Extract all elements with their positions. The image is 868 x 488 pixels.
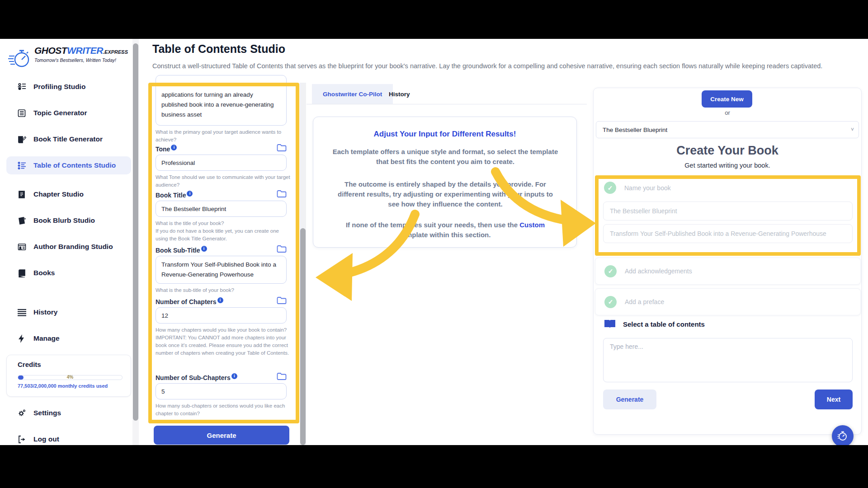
credits-usage-text: 77,503/2,000,000 monthly credits used: [18, 383, 108, 389]
screen: GHOSTWRITER.EXPRESS Tomorrow's Bestselle…: [0, 0, 868, 488]
toc-generate-button[interactable]: Generate: [603, 389, 656, 409]
sidebar-item-label: Author Branding Studio: [33, 243, 113, 251]
sidebar-item-chapter-studio[interactable]: Chapter Studio: [6, 185, 131, 203]
sidebar-item-label: Chapter Studio: [33, 190, 84, 198]
folder-icon[interactable]: [277, 245, 287, 253]
sidebar: GHOSTWRITER.EXPRESS Tomorrow's Bestselle…: [0, 39, 132, 445]
step-label: Add acknowledgements: [625, 267, 692, 275]
sidebar-item-table-of-contents-studio[interactable]: Table of Contents Studio: [6, 156, 131, 174]
name-your-book-step: ✓ Name your book: [604, 182, 671, 194]
number-of-chapters-help-text: How many chapters would you like your bo…: [156, 326, 292, 357]
folder-icon[interactable]: [277, 296, 287, 305]
sidebar-item-manage[interactable]: Manage: [6, 329, 131, 347]
sidebar-item-profiling-studio[interactable]: Profiling Studio: [6, 78, 131, 96]
number-of-chapters-input[interactable]: [156, 307, 287, 324]
sidebar-item-label: Log out: [33, 435, 59, 443]
next-button[interactable]: Next: [815, 389, 853, 409]
sidebar-item-label: Table of Contents Studio: [33, 161, 116, 169]
tone-input[interactable]: [156, 155, 287, 171]
blurb-icon: [17, 216, 26, 225]
sidebar-item-label: Topic Generator: [33, 109, 87, 117]
sidebar-item-book-title-generator[interactable]: Book Title Generator: [6, 130, 131, 148]
copilot-card-paragraph: Each template offers a unique style and …: [331, 147, 559, 167]
create-your-book-title: Create Your Book: [593, 144, 862, 158]
book-name-input[interactable]: [603, 202, 853, 221]
page-subtitle: Construct a well-structured Table of Con…: [152, 62, 858, 70]
logout-icon: [17, 435, 26, 444]
check-circle-icon: ✓: [604, 182, 616, 194]
book-pencil-icon: [17, 135, 26, 144]
assistant-float-button[interactable]: [832, 425, 854, 445]
number-of-sub-chapters-input[interactable]: [156, 383, 287, 399]
form-scrollbar-thumb[interactable]: [300, 228, 306, 445]
select-toc-label: Select a table of contents: [623, 320, 705, 328]
folder-icon[interactable]: [277, 372, 287, 380]
sidebar-item-label: Settings: [33, 409, 61, 417]
credits-card: Credits 4% 77,503/2,000,000 monthly cred…: [6, 355, 131, 397]
brand-name: GHOSTWRITER.EXPRESS: [34, 45, 128, 56]
tab-history[interactable]: History: [378, 84, 421, 104]
history-list-icon: [17, 308, 26, 317]
sidebar-item-author-branding-studio[interactable]: Author Branding Studio: [6, 238, 131, 256]
credits-percent: 4%: [18, 375, 122, 380]
info-icon[interactable]: i: [217, 297, 223, 303]
sidebar-item-label: History: [33, 308, 57, 316]
id-card-icon: [17, 242, 26, 251]
sidebar-item-label: Profiling Studio: [33, 83, 85, 91]
sidebar-item-history[interactable]: History: [6, 303, 131, 321]
check-circle-icon: ✓: [604, 265, 617, 277]
sidebar-item-settings[interactable]: Settings: [6, 404, 131, 422]
custom-template-link[interactable]: Custom: [519, 221, 545, 229]
field-label-number-of-chapters: Number of Chaptersi: [156, 297, 223, 305]
sidebar-scrollbar[interactable]: [132, 39, 139, 445]
create-your-book-subtitle: Get started writing your book.: [593, 162, 862, 169]
copilot-card-title: Adjust Your Input for Different Results!: [313, 130, 576, 139]
info-icon[interactable]: i: [231, 373, 237, 379]
book-subtitle-input[interactable]: [603, 224, 853, 243]
info-icon[interactable]: i: [187, 191, 193, 197]
tone-help-text: What Tone should we use to communicate w…: [156, 174, 292, 189]
toc-textarea[interactable]: [603, 338, 853, 382]
sidebar-item-books[interactable]: Books: [6, 264, 131, 282]
goal-textarea[interactable]: applications for turning an already publ…: [156, 75, 287, 126]
blueprint-select-value: The Bestseller Blueprint: [603, 127, 667, 133]
add-acknowledgements-step[interactable]: ✓ Add acknowledgements: [595, 258, 861, 285]
step-label: Add a preface: [625, 298, 664, 305]
copilot-info-card: Adjust Your Input for Different Results!…: [313, 117, 577, 248]
book-title-help-text: What is the title of your book? If you d…: [156, 220, 292, 243]
blueprint-select[interactable]: The Bestseller Blueprint ˅: [596, 121, 859, 138]
chevron-down-icon: ˅: [851, 127, 854, 133]
folder-icon[interactable]: [277, 190, 287, 198]
or-text: or: [593, 109, 862, 116]
info-icon[interactable]: i: [171, 145, 177, 150]
book-subtitle-textarea[interactable]: Transform Your Self-Published Book into …: [156, 256, 287, 284]
form-generate-button[interactable]: Generate: [154, 426, 289, 445]
info-icon[interactable]: i: [201, 246, 207, 252]
create-new-button[interactable]: Create New: [702, 90, 752, 108]
sidebar-collapse-icon[interactable]: ←: [117, 44, 127, 57]
tabstrip-divider: [307, 104, 587, 104]
open-book-icon: [604, 319, 616, 329]
book-title-input[interactable]: [156, 201, 287, 217]
sidebar-item-label: Books: [33, 269, 55, 277]
add-preface-step[interactable]: ✓ Add a preface: [595, 288, 861, 315]
profiling-icon: [17, 82, 26, 91]
copilot-card-paragraph: If none of the templates suit your needs…: [331, 220, 559, 240]
app-window: GHOSTWRITER.EXPRESS Tomorrow's Bestselle…: [0, 39, 868, 445]
field-label-book-subtitle: Book Sub-Titlei: [156, 246, 207, 254]
folder-icon[interactable]: [277, 144, 287, 152]
field-label-tone: Tonei: [156, 145, 177, 153]
sidebar-item-topic-generator[interactable]: Topic Generator: [6, 104, 131, 122]
sidebar-item-book-blurb-studio[interactable]: Book Blurb Studio: [6, 211, 131, 230]
number-of-sub-chapters-help-text: How many sub-chapters or sections would …: [156, 402, 292, 418]
topic-icon: [17, 108, 26, 117]
chapter-icon: [17, 190, 26, 199]
sidebar-item-logout[interactable]: Log out: [6, 430, 131, 445]
toc-list-icon: [17, 161, 26, 170]
sidebar-scrollbar-thumb[interactable]: [133, 43, 138, 421]
form-scrollbar[interactable]: [300, 83, 306, 445]
sidebar-item-label: Book Blurb Studio: [33, 216, 95, 225]
book-icon: [17, 268, 26, 277]
sidebar-item-label: Book Title Generator: [33, 135, 103, 143]
copilot-card-paragraph: The outcome is entirely shaped by the de…: [331, 179, 559, 209]
